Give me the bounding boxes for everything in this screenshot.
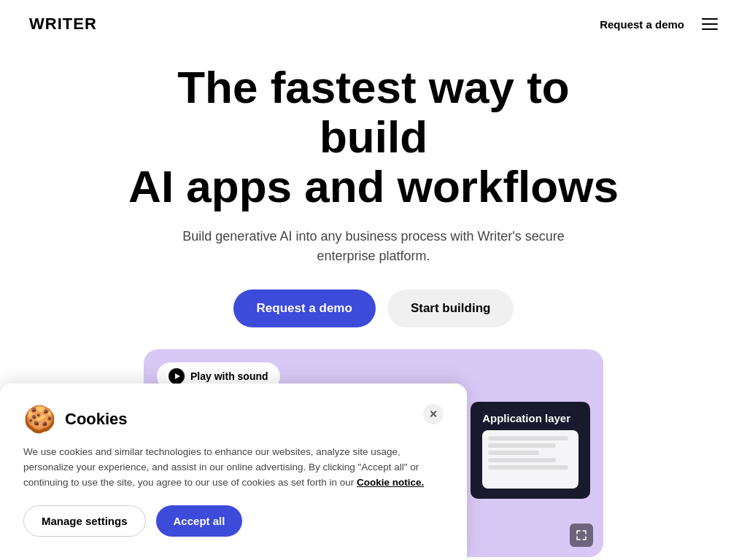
cookie-title: Cookies: [65, 410, 128, 429]
doc-line: [488, 443, 556, 448]
manage-settings-button[interactable]: Manage settings: [23, 505, 146, 537]
cookie-close-button[interactable]: ✕: [423, 404, 444, 424]
doc-line: [488, 465, 568, 470]
cta-buttons: Request a demo Start building: [29, 289, 718, 327]
doc-line: [488, 458, 556, 462]
request-demo-button[interactable]: Request a demo: [233, 289, 376, 327]
nav-request-demo[interactable]: Request a demo: [600, 18, 684, 31]
hamburger-menu[interactable]: [702, 18, 718, 30]
cookie-header: 🍪 Cookies ✕: [23, 404, 444, 435]
start-building-button[interactable]: Start building: [387, 289, 514, 327]
app-layer-title: Application layer: [482, 412, 578, 424]
hero-subtext: Build generative AI into any business pr…: [169, 227, 578, 266]
doc-line: [488, 451, 538, 455]
cookie-title-row: 🍪 Cookies: [23, 404, 128, 435]
app-layer-content: [482, 430, 578, 489]
doc-line: [488, 436, 568, 440]
cookie-emoji: 🍪: [23, 404, 56, 435]
cookie-notice-link[interactable]: Cookie notice.: [357, 477, 424, 488]
feature-card-application[interactable]: Application layer: [471, 402, 590, 499]
cookie-actions: Manage settings Accept all: [23, 505, 444, 537]
accept-all-button[interactable]: Accept all: [156, 505, 243, 537]
hero-section: The fastest way to build AI apps and wor…: [0, 48, 747, 349]
hero-headline: The fastest way to build AI apps and wor…: [118, 63, 629, 212]
fullscreen-button[interactable]: [570, 524, 593, 547]
logo: WRITER: [29, 15, 97, 34]
header-nav: Request a demo: [600, 18, 718, 31]
play-icon: [169, 368, 185, 384]
cookie-banner: 🍪 Cookies ✕ We use cookies and similar t…: [0, 384, 467, 560]
play-button-label: Play with sound: [190, 370, 268, 382]
site-header: WRITER Request a demo: [0, 0, 747, 48]
cookie-body-text: We use cookies and similar technologies …: [23, 445, 444, 491]
